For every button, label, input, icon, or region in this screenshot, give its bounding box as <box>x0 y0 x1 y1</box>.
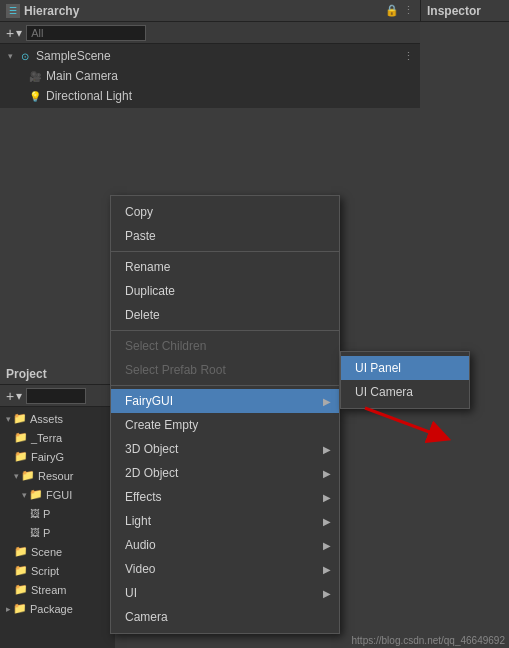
expand-arrow: ▾ <box>4 50 16 62</box>
ctx-select-children: Select Children <box>111 334 339 358</box>
resour-folder-icon: 📁 <box>21 469 35 482</box>
submenu-ui-panel[interactable]: UI Panel <box>341 356 469 380</box>
ctx-sep-2 <box>111 330 339 331</box>
2d-object-arrow: ▶ <box>323 468 331 479</box>
submenu-ui-camera[interactable]: UI Camera <box>341 380 469 404</box>
proj-item-script[interactable]: 📁 Script <box>0 561 115 580</box>
fairyg-folder-icon: 📁 <box>14 450 28 463</box>
project-panel: Project + ▾ ▾ 📁 Assets 📁 _Terra 📁 FairyG… <box>0 363 115 648</box>
tree-item-main-camera[interactable]: 🎥 Main Camera <box>0 66 420 86</box>
ctx-light[interactable]: Light ▶ <box>111 509 339 533</box>
light-icon: 💡 <box>28 89 42 103</box>
submenu-arrow: ▶ <box>323 396 331 407</box>
inspector-title: Inspector <box>427 4 481 18</box>
proj-item-p1[interactable]: 🖼 P <box>0 504 115 523</box>
project-add-arrow: ▾ <box>16 389 22 403</box>
hierarchy-controls: 🔒 ⋮ <box>385 4 414 17</box>
proj-item-fgui[interactable]: ▾ 📁 FGUI <box>0 485 115 504</box>
inspector-header: Inspector <box>421 0 509 22</box>
hierarchy-panel: ☰ Hierarchy 🔒 ⋮ + ▾ ▾ ⊙ SampleScene ⋮ 🎥 … <box>0 0 420 108</box>
fgui-folder-icon: 📁 <box>29 488 43 501</box>
light-arrow: ▶ <box>323 516 331 527</box>
directional-light-label: Directional Light <box>46 89 132 103</box>
more-icon[interactable]: ⋮ <box>403 4 414 17</box>
proj-item-p2[interactable]: 🖼 P <box>0 523 115 542</box>
hierarchy-panel-icon: ☰ <box>6 4 20 18</box>
proj-item-package[interactable]: ▸ 📁 Package <box>0 599 115 618</box>
ctx-copy[interactable]: Copy <box>111 200 339 224</box>
tree-area: ▾ ⊙ SampleScene ⋮ 🎥 Main Camera 💡 Direct… <box>0 44 420 108</box>
ctx-delete[interactable]: Delete <box>111 303 339 327</box>
resour-arrow: ▾ <box>14 471 19 481</box>
watermark: https://blog.csdn.net/qq_46649692 <box>352 635 505 646</box>
hierarchy-toolbar: + ▾ <box>0 22 420 44</box>
svg-line-1 <box>365 408 440 436</box>
terra-folder-icon: 📁 <box>14 431 28 444</box>
package-folder-icon: 📁 <box>13 602 27 615</box>
project-toolbar: + ▾ <box>0 385 115 407</box>
ctx-rename[interactable]: Rename <box>111 255 339 279</box>
script-folder-icon: 📁 <box>14 564 28 577</box>
proj-item-assets[interactable]: ▾ 📁 Assets <box>0 409 115 428</box>
stream-folder-icon: 📁 <box>14 583 28 596</box>
ctx-3d-object[interactable]: 3D Object ▶ <box>111 437 339 461</box>
proj-item-scene[interactable]: 📁 Scene <box>0 542 115 561</box>
3d-object-arrow: ▶ <box>323 444 331 455</box>
main-camera-label: Main Camera <box>46 69 118 83</box>
p1-file-icon: 🖼 <box>30 508 40 519</box>
project-header: Project <box>0 363 115 385</box>
audio-arrow: ▶ <box>323 540 331 551</box>
fairygui-submenu: UI Panel UI Camera <box>340 351 470 409</box>
ctx-select-prefab-root: Select Prefab Root <box>111 358 339 382</box>
camera-icon: 🎥 <box>28 69 42 83</box>
inspector-panel: Inspector <box>420 0 509 22</box>
p2-file-icon: 🖼 <box>30 527 40 538</box>
ctx-create-empty[interactable]: Create Empty <box>111 413 339 437</box>
fgui-arrow: ▾ <box>22 490 27 500</box>
assets-arrow: ▾ <box>6 414 11 424</box>
ctx-sep-1 <box>111 251 339 252</box>
package-arrow: ▸ <box>6 604 11 614</box>
tree-item-directional-light[interactable]: 💡 Directional Light <box>0 86 420 106</box>
context-menu: Copy Paste Rename Duplicate Delete Selec… <box>110 195 340 634</box>
ctx-effects[interactable]: Effects ▶ <box>111 485 339 509</box>
proj-item-terra[interactable]: 📁 _Terra <box>0 428 115 447</box>
ctx-ui[interactable]: UI ▶ <box>111 581 339 605</box>
tree-item-samplescene[interactable]: ▾ ⊙ SampleScene ⋮ <box>0 46 420 66</box>
assets-folder-icon: 📁 <box>13 412 27 425</box>
lock-icon[interactable]: 🔒 <box>385 4 399 17</box>
add-button[interactable]: + ▾ <box>6 25 22 41</box>
hierarchy-header: ☰ Hierarchy 🔒 ⋮ <box>0 0 420 22</box>
project-tree: ▾ 📁 Assets 📁 _Terra 📁 FairyG ▾ 📁 Resour … <box>0 407 115 620</box>
project-add-button[interactable]: + ▾ <box>6 388 22 404</box>
search-input[interactable] <box>26 25 146 41</box>
scene-more-button[interactable]: ⋮ <box>403 50 414 63</box>
ctx-sep-3 <box>111 385 339 386</box>
effects-arrow: ▶ <box>323 492 331 503</box>
ctx-video[interactable]: Video ▶ <box>111 557 339 581</box>
project-search-input[interactable] <box>26 388 86 404</box>
ctx-paste[interactable]: Paste <box>111 224 339 248</box>
proj-item-resour[interactable]: ▾ 📁 Resour <box>0 466 115 485</box>
scene-label: SampleScene <box>36 49 111 63</box>
scene-icon: ⊙ <box>18 49 32 63</box>
project-title: Project <box>6 367 47 381</box>
video-arrow: ▶ <box>323 564 331 575</box>
add-arrow: ▾ <box>16 26 22 40</box>
proj-item-stream[interactable]: 📁 Stream <box>0 580 115 599</box>
scene-folder-icon: 📁 <box>14 545 28 558</box>
proj-item-fairyg[interactable]: 📁 FairyG <box>0 447 115 466</box>
ui-arrow: ▶ <box>323 588 331 599</box>
ctx-fairygui[interactable]: FairyGUI ▶ <box>111 389 339 413</box>
hierarchy-title: Hierarchy <box>24 4 79 18</box>
ctx-duplicate[interactable]: Duplicate <box>111 279 339 303</box>
ctx-camera[interactable]: Camera <box>111 605 339 629</box>
ctx-2d-object[interactable]: 2D Object ▶ <box>111 461 339 485</box>
ctx-audio[interactable]: Audio ▶ <box>111 533 339 557</box>
